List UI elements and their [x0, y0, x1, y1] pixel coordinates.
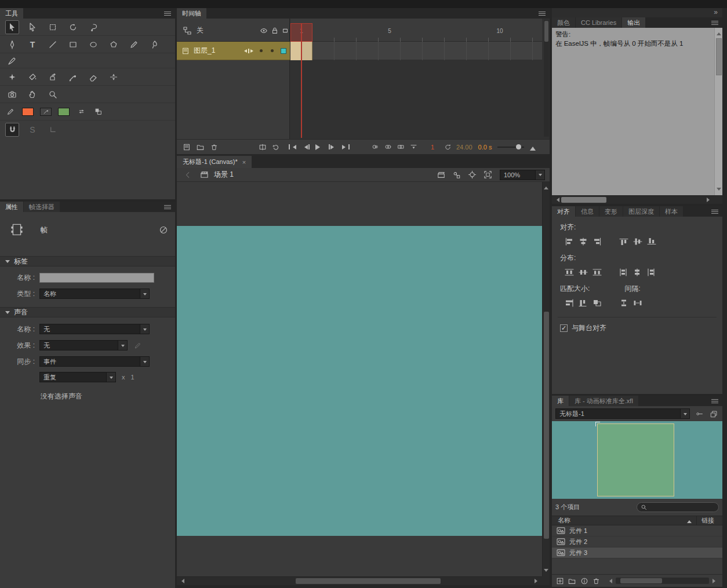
width-tool-button[interactable] [107, 70, 121, 84]
tab-output[interactable]: 输出 [622, 17, 645, 28]
tab-cc-libraries[interactable]: CC Libraries [576, 17, 621, 28]
align-left-button[interactable] [562, 236, 576, 247]
distribute-top-button[interactable] [562, 266, 576, 278]
align-to-stage-checkbox[interactable]: ✓ [560, 324, 568, 332]
library-preview[interactable] [552, 421, 722, 499]
edit-multiple-frames-button[interactable] [396, 142, 406, 152]
tab-library[interactable]: 库 [552, 396, 569, 406]
stage-vscroll-thumb[interactable] [544, 312, 549, 539]
label-section-header[interactable]: 标签 [0, 256, 175, 266]
new-folder-button[interactable] [567, 576, 577, 586]
timeline-vertical-scrollbar[interactable] [544, 20, 549, 137]
library-name-column-header[interactable]: 名称 [558, 516, 570, 525]
sound-name-select[interactable]: 无 [39, 324, 150, 334]
tab-info[interactable]: 信息 [576, 206, 599, 217]
step-forward-button[interactable] [328, 142, 337, 152]
tab-align[interactable]: 对齐 [552, 206, 575, 217]
eraser-tool-button[interactable] [86, 70, 100, 84]
new-folder-button[interactable] [195, 142, 205, 152]
goto-first-frame-button[interactable] [288, 142, 297, 152]
layer-lock-dot[interactable] [271, 49, 274, 52]
timeline-zoom-slider[interactable] [497, 147, 524, 148]
frame-rate-indicator[interactable]: 24.00 [456, 144, 472, 151]
modify-markers-button[interactable] [409, 142, 419, 152]
align-center-horizontal-button[interactable] [576, 236, 590, 247]
show-hide-all-layers-icon[interactable] [259, 27, 268, 35]
match-width-button[interactable] [562, 297, 576, 309]
timeline-panel-menu-icon[interactable] [539, 13, 546, 14]
tab-layer-depth[interactable]: 图层深度 [623, 206, 659, 217]
rotate-tool-button[interactable] [66, 20, 80, 34]
match-height-button[interactable] [576, 297, 590, 309]
layer-parent-next-icon[interactable] [250, 46, 255, 56]
library-horizontal-scrollbar[interactable] [616, 578, 709, 584]
brush-tool-button[interactable] [147, 38, 161, 52]
scroll-up-icon[interactable] [717, 30, 721, 35]
scroll-left-icon[interactable] [179, 579, 184, 583]
output-hscroll-thumb[interactable] [561, 197, 606, 203]
playhead-line[interactable] [301, 23, 302, 138]
distribute-bottom-button[interactable] [590, 266, 604, 278]
stage-hscroll-thumb[interactable] [296, 578, 441, 584]
ink-bottle-tool-button[interactable] [46, 70, 60, 84]
swap-colors-button[interactable] [76, 105, 86, 119]
onion-skin-button[interactable] [370, 142, 380, 152]
layer-parent-view-icon[interactable] [183, 26, 192, 35]
tools-panel-menu-icon[interactable] [164, 13, 171, 14]
help-icon[interactable] [159, 225, 168, 235]
hand-tool-button[interactable] [26, 87, 39, 101]
fill-color-swatch[interactable] [40, 108, 52, 116]
output-panel-menu-icon[interactable] [711, 23, 718, 23]
extra-color-swatch[interactable] [58, 108, 70, 116]
distribute-left-button[interactable] [617, 266, 631, 278]
selection-tool-button[interactable] [5, 20, 19, 34]
scroll-left-icon[interactable] [607, 579, 612, 583]
reset-timer-button[interactable] [443, 142, 453, 152]
layer-parent-view-state[interactable]: 关 [197, 25, 203, 35]
timeline-scroll-thumb[interactable] [544, 21, 548, 42]
stage-horizontal-scrollbar[interactable] [177, 576, 542, 585]
scroll-right-icon[interactable] [713, 579, 718, 583]
distribute-right-button[interactable] [645, 266, 659, 278]
play-button[interactable] [314, 142, 324, 152]
library-search-input[interactable] [637, 502, 719, 512]
clip-view-button[interactable] [483, 170, 493, 180]
library-item-row[interactable]: 元件 2 [552, 536, 722, 547]
back-button[interactable] [183, 170, 192, 180]
new-layer-button[interactable] [181, 142, 191, 152]
library-document-select[interactable]: 无标题-1 [555, 408, 690, 419]
scroll-up-icon[interactable] [544, 184, 548, 189]
timeline-zoom-max-icon[interactable] [530, 144, 536, 151]
tab-frame-picker[interactable]: 帧选择器 [24, 202, 60, 212]
line-tool-button[interactable] [46, 38, 60, 52]
current-frame-indicator[interactable]: 1 [427, 144, 438, 151]
scroll-left-icon[interactable] [554, 198, 559, 202]
smooth-option-button[interactable]: S [26, 123, 39, 137]
output-vertical-scrollbar[interactable] [714, 28, 722, 195]
output-console[interactable]: 警告: 在 EaselJS 中，帧编号从 0 开始而不是从 1 [552, 28, 714, 195]
layer-frames-row[interactable] [290, 42, 542, 60]
center-stage-button[interactable] [467, 170, 477, 180]
stage-vertical-scrollbar[interactable] [542, 182, 550, 576]
tab-transform[interactable]: 变形 [599, 206, 623, 217]
asset-warp-tool-button[interactable] [5, 70, 19, 84]
edit-sound-envelope-button[interactable] [132, 340, 143, 350]
step-back-button[interactable] [301, 142, 311, 152]
delete-layer-button[interactable] [209, 142, 219, 152]
center-frame-button[interactable] [257, 142, 267, 152]
output-horizontal-scrollbar[interactable] [552, 195, 722, 204]
align-to-stage-label[interactable]: 与舞台对齐 [572, 323, 606, 333]
paintbrush-tool-button[interactable] [5, 54, 19, 68]
straighten-option-button[interactable] [46, 123, 60, 137]
tab-color[interactable]: 颜色 [552, 17, 575, 28]
subselection-tool-button[interactable] [26, 20, 39, 34]
layer-row[interactable]: 图层_1 [177, 42, 290, 60]
collapse-panels-icon[interactable]: » [714, 8, 718, 16]
properties-panel-menu-icon[interactable] [164, 207, 171, 207]
layer-visibility-dot[interactable] [260, 49, 263, 52]
new-symbol-button[interactable] [555, 576, 565, 586]
edit-scene-button[interactable] [436, 170, 446, 180]
tab-swatches[interactable]: 样本 [660, 206, 683, 217]
paint-bucket-tool-button[interactable] [26, 70, 39, 84]
label-name-input[interactable] [39, 273, 154, 283]
